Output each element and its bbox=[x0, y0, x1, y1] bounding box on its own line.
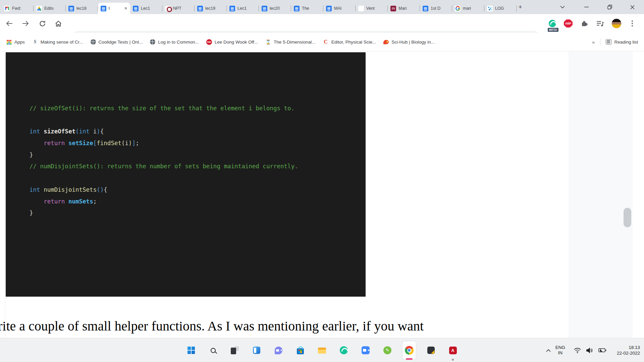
journal-icon bbox=[383, 346, 391, 354]
zoom-taskbar-button[interactable] bbox=[359, 342, 372, 358]
system-tray: ENGIN 18:13 22-02-2022 bbox=[546, 338, 644, 362]
acrobat-taskbar-button[interactable] bbox=[446, 342, 460, 358]
bookmark-item[interactable]: DWLee Dong Wook Off... bbox=[204, 38, 261, 47]
bookmark-item[interactable]: ⌛The 5-Dimensional... bbox=[263, 38, 318, 47]
chrome-icon bbox=[405, 346, 414, 355]
code-line: // numDisjointSets(): returns the number… bbox=[30, 161, 366, 172]
apple-bookmark-icon: ⌛ bbox=[265, 39, 271, 45]
search-taskbar-button[interactable] bbox=[206, 342, 220, 358]
acrobat-icon bbox=[449, 347, 457, 354]
language-indicator[interactable]: ENGIN bbox=[555, 345, 565, 356]
playlist-extension-icon[interactable] bbox=[594, 17, 606, 29]
browser-tab[interactable]: Vent bbox=[356, 3, 388, 14]
wifi-icon[interactable] bbox=[574, 348, 581, 353]
tab-label: Vent bbox=[366, 6, 385, 11]
tab-label: Fwd: bbox=[12, 6, 31, 11]
code-line: // sizeOfSet(i): returns the size of the… bbox=[30, 103, 366, 114]
browser-tab[interactable]: Lec1 bbox=[130, 3, 162, 14]
adblock-plus-extension-icon[interactable]: ABP bbox=[562, 17, 574, 29]
taskview-taskbar-button[interactable] bbox=[228, 342, 241, 358]
browser-tab[interactable]: Fwd: bbox=[1, 3, 34, 14]
tab-close-icon[interactable]: ✕ bbox=[124, 6, 127, 10]
bookmark-item[interactable]: CEditor, Physical Scie... bbox=[320, 38, 379, 47]
bookmark-item[interactable]: Log in to Common... bbox=[147, 38, 202, 46]
docs-favicon-icon bbox=[326, 6, 332, 11]
docs-favicon-icon bbox=[229, 6, 235, 11]
bookmark-item[interactable]: Coolidge Tests | Onl... bbox=[88, 38, 146, 46]
docs-favicon-icon bbox=[68, 6, 74, 11]
browser-tab[interactable]: l✕ bbox=[98, 3, 130, 14]
browser-tab[interactable]: 1st D bbox=[420, 3, 452, 14]
battery-saver-icon[interactable] bbox=[598, 348, 606, 353]
document-text-line[interactable]: rite a couple of small helper functions.… bbox=[0, 318, 424, 334]
grammarly-taskbar-button[interactable] bbox=[337, 342, 351, 358]
grammarly-extension-icon[interactable]: BETA bbox=[546, 17, 558, 29]
browser-tab[interactable]: NPT bbox=[162, 3, 195, 14]
reload-button[interactable] bbox=[36, 17, 49, 30]
tray-chevron-up-icon[interactable] bbox=[546, 347, 551, 353]
profile-avatar[interactable] bbox=[610, 17, 623, 29]
browser-tab[interactable]: lec18 bbox=[66, 3, 98, 14]
bookmark-label: Apps bbox=[14, 40, 25, 45]
new-tab-button[interactable]: + bbox=[516, 3, 525, 12]
tab-label: mari bbox=[463, 6, 482, 11]
bookmark-item[interactable]: Apps bbox=[3, 38, 28, 47]
dw-bookmark-icon: DW bbox=[206, 39, 212, 45]
code-screenshot[interactable]: // sizeOfSet(i): returns the size of the… bbox=[6, 52, 366, 297]
volume-icon[interactable] bbox=[586, 348, 593, 353]
journal-taskbar-button[interactable] bbox=[381, 342, 394, 358]
bookmarks-divider bbox=[600, 38, 600, 46]
reading-list-button[interactable]: Reading list bbox=[603, 38, 641, 47]
bookmark-item[interactable]: Sci-Hub | Biology in... bbox=[381, 38, 437, 46]
back-button[interactable] bbox=[3, 17, 16, 30]
window-minimize-button[interactable] bbox=[580, 2, 593, 12]
browser-tab-strip: Fwd:Editslec18l✕Lec1NPTlec19Lec1lec20The… bbox=[0, 0, 644, 14]
browser-tab[interactable]: LOG bbox=[484, 3, 517, 14]
browser-tab[interactable]: Lec1 bbox=[227, 3, 259, 14]
browser-menu-kebab-icon[interactable] bbox=[626, 17, 638, 29]
taskbar-clock[interactable]: 18:13 22-02-2022 bbox=[612, 345, 640, 356]
window-restore-button[interactable] bbox=[603, 2, 616, 12]
browser-tab[interactable]: lec19 bbox=[195, 3, 227, 14]
bookmarks-overflow-button[interactable]: » bbox=[589, 39, 597, 45]
window-close-button[interactable] bbox=[626, 2, 639, 12]
browser-tab[interactable]: MAI bbox=[323, 3, 356, 14]
store-taskbar-button[interactable] bbox=[293, 342, 307, 358]
notes-taskbar-button[interactable] bbox=[424, 342, 438, 358]
code-line: return numSets; bbox=[30, 196, 366, 207]
tab-search-chevron-icon[interactable] bbox=[556, 2, 569, 12]
folder-taskbar-button[interactable] bbox=[315, 342, 329, 358]
bookmarks-bar: AppsSMaking sense of Cr...Coolidge Tests… bbox=[0, 33, 644, 51]
desktop: Fwd:Editslec18l✕Lec1NPTlec19Lec1lec20The… bbox=[0, 0, 644, 362]
browser-tab[interactable]: The bbox=[291, 3, 323, 14]
gmail-favicon-icon bbox=[4, 6, 10, 11]
page-edge bbox=[5, 52, 5, 338]
store-icon bbox=[297, 348, 304, 354]
beta-badge: BETA bbox=[547, 27, 559, 32]
docs-favicon-icon bbox=[197, 6, 203, 11]
start-taskbar-button[interactable] bbox=[184, 342, 198, 358]
bookmark-label: Lee Dong Wook Off... bbox=[215, 40, 258, 45]
browser-tab[interactable]: Edits bbox=[34, 3, 66, 14]
vertical-scrollbar-thumb[interactable] bbox=[624, 208, 631, 227]
forward-button[interactable] bbox=[19, 17, 32, 30]
code-line: int sizeOfSet(int i){ bbox=[30, 126, 366, 137]
home-button[interactable] bbox=[52, 17, 65, 30]
extensions-puzzle-icon[interactable] bbox=[578, 17, 590, 29]
tab-label: MAI bbox=[334, 6, 353, 11]
chat-taskbar-button[interactable] bbox=[272, 342, 285, 358]
tab-label: Lec1 bbox=[237, 6, 256, 11]
docs-right-gutter bbox=[569, 52, 633, 338]
widgets-taskbar-button[interactable] bbox=[250, 342, 263, 358]
browser-tab[interactable]: JAMari bbox=[388, 3, 420, 14]
bookmark-item[interactable]: SMaking sense of Cr... bbox=[30, 38, 86, 47]
widgets-icon bbox=[253, 347, 260, 354]
document-canvas[interactable]: // sizeOfSet(i): returns the size of the… bbox=[0, 52, 644, 338]
tab-label: NPT bbox=[173, 6, 192, 11]
docs-favicon-icon bbox=[423, 6, 428, 11]
browser-tab[interactable]: mari bbox=[452, 3, 484, 14]
chrome-taskbar-button[interactable] bbox=[402, 341, 416, 359]
browser-tab[interactable]: lec20 bbox=[259, 3, 291, 14]
code-line: } bbox=[30, 207, 366, 219]
active-app-indicator bbox=[406, 358, 413, 360]
